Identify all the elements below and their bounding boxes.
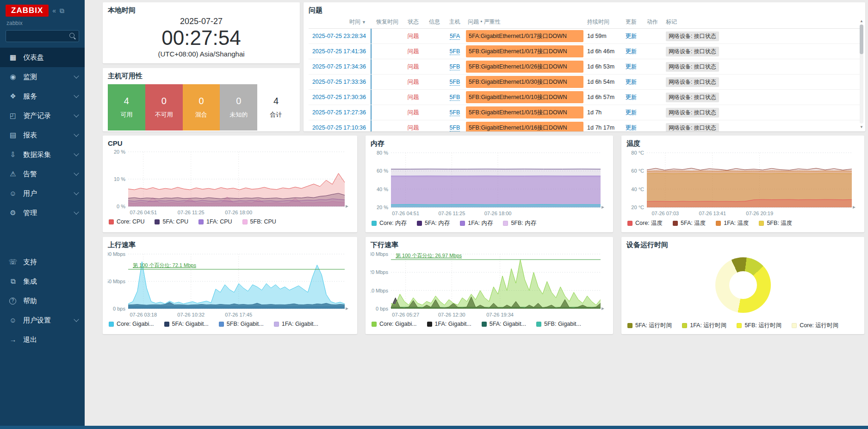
collapse-sidebar-icon[interactable]: « (52, 7, 56, 14)
sidebar-item-help[interactable]: ?帮助 (0, 291, 85, 311)
legend-item[interactable]: 1FA: 温度 (716, 219, 749, 227)
legend-item[interactable]: Core: 温度 (627, 219, 663, 227)
problem-tag[interactable]: 网络设备: 接口状态 (666, 108, 719, 118)
update-link[interactable]: 更新 (626, 109, 637, 116)
problem-name[interactable]: 5FB:GigabitEthernet1/0/15接口DOWN (466, 106, 583, 118)
problem-status: 问题 (408, 79, 419, 85)
sidebar-item-sign-out[interactable]: →退出 (0, 330, 85, 349)
problem-name[interactable]: 5FB:GigabitEthernet1/0/30接口DOWN (466, 76, 583, 88)
update-link[interactable]: 更新 (626, 63, 637, 70)
problem-name[interactable]: 5FB:GigabitEthernet1/0/10接口DOWN (466, 91, 583, 103)
legend-item[interactable]: 5FA: CPU (155, 218, 188, 225)
legend-item[interactable]: Core: 内存 (372, 219, 407, 227)
sidebar-item-dashboard[interactable]: ▦仪表盘 (0, 48, 85, 67)
sidebar-item-inventory[interactable]: ◰资产记录 (0, 106, 85, 125)
legend-item[interactable]: 5FB: Gigabit... (219, 321, 264, 327)
search-input[interactable] (6, 30, 79, 42)
host-link[interactable]: 5FB (450, 63, 460, 70)
scroll-up-icon[interactable]: ▲ (859, 19, 864, 23)
update-link[interactable]: 更新 (626, 124, 637, 131)
problem-tag[interactable]: 网络设备: 接口状态 (666, 62, 719, 72)
legend-item[interactable]: Core: CPU (109, 218, 144, 225)
update-link[interactable]: 更新 (626, 94, 637, 100)
problem-tag[interactable]: 网络设备: 接口状态 (666, 93, 719, 102)
host-link[interactable]: 5FA (450, 33, 460, 40)
timeline-marker (371, 75, 372, 89)
memory-chart[interactable]: 80 %60 %40 %20 %07-26 04:5107-26 11:2507… (371, 149, 608, 218)
update-link[interactable]: 更新 (626, 79, 637, 85)
legend-item[interactable]: 5FB: 运行时间 (737, 322, 781, 330)
availability-label: 合计 (270, 111, 282, 119)
timeline-marker (371, 44, 372, 59)
sidebar-item-administration[interactable]: ⚙管理 (0, 203, 85, 223)
sidebar-item-integrations[interactable]: ⧉集成 (0, 272, 85, 291)
scrollbar-thumb[interactable] (860, 25, 863, 54)
download-rate-chart[interactable]: 30 Mbps20 Mbps10 Mbps0 bps07-26 05:2707-… (371, 250, 608, 319)
problem-name[interactable]: 5FB:GigabitEthernet1/0/16接口DOWN (466, 122, 583, 131)
legend-item[interactable]: 5FA: Gigabit... (482, 321, 526, 327)
zabbix-logo[interactable]: ZABBIX (6, 5, 49, 17)
legend-swatch (372, 221, 377, 226)
problem-time-link[interactable]: 2025-07-25 17:10:36 (312, 124, 366, 131)
problem-time-link[interactable]: 2025-07-25 17:27:36 (312, 109, 366, 116)
sidebar-item-reports[interactable]: ▤报表 (0, 125, 85, 145)
upload-rate-chart[interactable]: 100 Mbps50 Mbps0 bps07-26 03:1807-26 10:… (108, 250, 352, 319)
column-header: 主机 (445, 16, 465, 29)
legend-item[interactable]: 1FA: 运行时间 (682, 322, 726, 330)
search-icon[interactable] (69, 33, 74, 38)
problem-tag[interactable]: 网络设备: 接口状态 (666, 123, 719, 132)
problem-name[interactable]: 5FB:GigabitEthernet1/0/17接口DOWN (466, 45, 583, 57)
sidebar-item-alerts[interactable]: ⚠告警 (0, 164, 85, 184)
host-link[interactable]: 5FB (450, 79, 460, 86)
legend-item[interactable]: 5FB: 温度 (759, 219, 792, 227)
legend-label: Core: CPU (117, 218, 144, 225)
problem-name[interactable]: 5FA:GigabitEthernet1/0/17接口DOWN (466, 30, 583, 42)
legend-item[interactable]: 1FA: Gigabit... (427, 321, 471, 327)
problem-name[interactable]: 5FB:GigabitEthernet1/0/26接口DOWN (466, 61, 583, 73)
legend-item[interactable]: 5FA: 内存 (417, 219, 450, 227)
legend-item[interactable]: 5FA: 运行时间 (627, 322, 672, 330)
svg-text:07-26 10:32: 07-26 10:32 (177, 312, 205, 317)
problem-time-link[interactable]: 2025-07-25 17:33:36 (312, 79, 366, 85)
legend-item[interactable]: Core: 运行时间 (792, 322, 838, 330)
popout-sidebar-icon[interactable]: ⧉ (60, 7, 64, 14)
temperature-chart[interactable]: 80 °C60 °C40 °C20 °C07-26 07:0307-26 13:… (626, 149, 859, 218)
sidebar-item-services[interactable]: ❖服务 (0, 87, 85, 106)
problem-time-link[interactable]: 2025-07-25 17:34:36 (312, 63, 366, 70)
legend-item[interactable]: 5FA: Gigabit... (164, 321, 209, 327)
svg-text:40 %: 40 % (377, 187, 388, 192)
update-link[interactable]: 更新 (626, 33, 637, 39)
legend-item[interactable]: Core: Gigabi... (109, 321, 154, 327)
problem-time-link[interactable]: 2025-07-25 23:28:34 (312, 33, 366, 39)
host-link[interactable]: 5FB (450, 94, 460, 101)
legend-item[interactable]: Core: Gigabi... (372, 321, 417, 327)
legend-item[interactable]: 5FA: 温度 (673, 219, 706, 227)
legend-item[interactable]: 1FA: Gigabit... (274, 321, 318, 327)
update-link[interactable]: 更新 (626, 48, 637, 55)
legend-label: Core: 内存 (379, 219, 407, 227)
cpu-chart[interactable]: 20 %10 %0 %07-26 04:5107-26 11:2507-26 1… (108, 148, 352, 217)
legend-item[interactable]: 5FB: CPU (242, 218, 276, 225)
host-link[interactable]: 5FB (450, 48, 460, 55)
host-link[interactable]: 5FB (450, 124, 460, 131)
problem-tag[interactable]: 网络设备: 接口状态 (666, 77, 719, 87)
column-header[interactable]: 时间▼ (309, 16, 369, 29)
sidebar-item-user-settings[interactable]: ☺用户设置 (0, 311, 85, 330)
problem-time-link[interactable]: 2025-07-25 17:30:36 (312, 94, 366, 100)
legend-item[interactable]: 1FA: 内存 (460, 219, 493, 227)
column-header: 更新 (620, 16, 642, 29)
uptime-donut-chart[interactable] (715, 257, 771, 313)
svg-text:80 °C: 80 °C (631, 150, 644, 155)
scroll-down-icon[interactable]: ▼ (859, 125, 864, 129)
problem-time-link[interactable]: 2025-07-25 17:41:36 (312, 48, 366, 55)
sidebar-item-users[interactable]: ☺用户 (0, 184, 85, 203)
host-link[interactable]: 5FB (450, 109, 460, 116)
sidebar-item-data-collection[interactable]: ⇩数据采集 (0, 145, 85, 164)
legend-item[interactable]: 1FA: CPU (198, 218, 232, 225)
sidebar-item-support[interactable]: ☏支持 (0, 252, 85, 272)
legend-item[interactable]: 5FB: 内存 (503, 219, 536, 227)
legend-item[interactable]: 5FB: Gigabit... (536, 321, 581, 327)
problem-tag[interactable]: 网络设备: 接口状态 (666, 47, 719, 56)
problem-tag[interactable]: 网络设备: 接口状态 (666, 31, 719, 41)
sidebar-item-monitoring[interactable]: ◉监测 (0, 67, 85, 87)
